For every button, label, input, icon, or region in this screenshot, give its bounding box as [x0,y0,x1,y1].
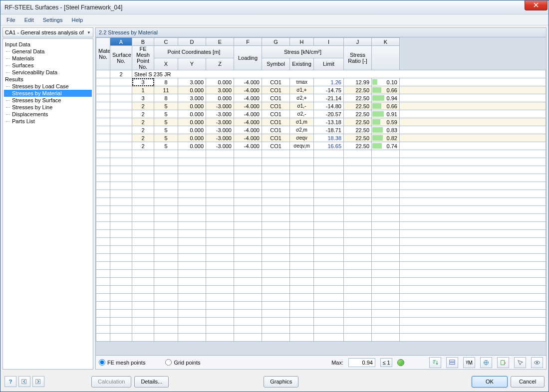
cell-x[interactable]: 0.000 [178,142,206,150]
cell-symbol[interactable]: σeqv [290,134,314,142]
close-button[interactable] [525,0,548,10]
cell-x[interactable]: 3.000 [178,94,206,102]
tree-by-line[interactable]: Stresses by Line [4,104,92,111]
tree-materials[interactable]: Materials [4,55,92,62]
tree-by-material[interactable]: Stresses by Material [4,90,92,97]
row-header[interactable] [96,86,110,94]
cell-y[interactable]: 0.000 [206,94,234,102]
cell-point[interactable]: 8 [154,78,178,86]
cell-limit[interactable]: 22.50 [344,118,372,126]
cell-loading[interactable]: CO1 [262,110,290,118]
table-row[interactable]: 2 5 0.000 -3.000 -4.000 CO1 σ2,- -20.57 … [96,110,546,118]
tree-parts-list[interactable]: Parts List [4,118,92,125]
cell-k[interactable] [400,94,546,102]
cell-limit[interactable]: 12.99 [344,78,372,86]
cancel-button[interactable]: Cancel [511,376,545,388]
cell-existing[interactable]: -14.75 [314,86,344,94]
cell-k[interactable] [400,118,546,126]
cell-loading[interactable]: CO1 [262,102,290,110]
tool-view-button[interactable] [531,357,543,368]
cell-surface[interactable]: 3 [132,78,154,86]
row-header[interactable] [96,102,110,110]
cell-surface[interactable]: 2 [132,134,154,142]
cell-surface[interactable]: 2 [132,142,154,150]
cell-existing[interactable]: 16.65 [314,142,344,150]
cell-k[interactable] [400,142,546,150]
group-matno[interactable]: 2 [110,70,132,78]
radio-grid-points-input[interactable] [165,359,172,366]
hdr-existing[interactable]: Existing [290,58,314,70]
col-K[interactable]: K [372,38,400,46]
cell-surface[interactable]: 2 [132,118,154,126]
cell-symbol[interactable]: σ2,+ [290,94,314,102]
cell-z[interactable]: -4.000 [234,118,262,126]
cell-limit[interactable]: 22.50 [344,86,372,94]
cell-matno[interactable] [110,142,132,150]
row-header[interactable] [96,126,110,134]
cell-limit[interactable]: 22.50 [344,142,372,150]
cell-matno[interactable] [110,78,132,86]
cell-x[interactable]: 0.000 [178,134,206,142]
cell-surface[interactable]: 2 [132,126,154,134]
ok-button[interactable]: OK [472,376,508,388]
cell-k[interactable] [400,102,546,110]
group-row[interactable]: 2Steel S 235 JR [96,70,546,78]
col-A[interactable]: A [110,38,132,46]
cell-point[interactable]: 5 [154,102,178,110]
table-row[interactable]: 2 5 0.000 -3.000 -4.000 CO1 σeqv 18.38 2… [96,134,546,142]
le1-button[interactable]: ≤ 1 [380,358,392,367]
calculation-button[interactable]: Calculation [91,376,131,388]
col-F[interactable]: F [234,38,262,46]
tree-results[interactable]: Results [4,76,92,83]
cell-z[interactable]: -4.000 [234,110,262,118]
tool-ratio-button[interactable]: γM [463,357,475,368]
tool-sort-button[interactable] [429,357,441,368]
cell-point[interactable]: 5 [154,134,178,142]
cell-k[interactable] [400,110,546,118]
col-G[interactable]: G [262,38,290,46]
radio-fe-mesh-input[interactable] [99,359,105,366]
cell-y[interactable]: 3.000 [206,86,234,94]
hdr-z[interactable]: Z [206,58,234,70]
cell-matno[interactable] [110,110,132,118]
cell-limit[interactable]: 22.50 [344,134,372,142]
cell-ratio[interactable]: 0.66 [372,86,400,94]
cell-k[interactable] [400,78,546,86]
cell-loading[interactable]: CO1 [262,118,290,126]
nav-tree[interactable]: Input Data General Data Materials Surfac… [2,38,93,370]
col-I[interactable]: I [314,38,344,46]
prev-button[interactable] [18,376,30,387]
cell-symbol[interactable]: σ2,- [290,110,314,118]
tool-filter-button[interactable] [446,357,458,368]
cell-matno[interactable] [110,102,132,110]
col-J[interactable]: J [344,38,372,46]
cell-surface[interactable]: 2 [132,110,154,118]
cell-k[interactable] [400,126,546,134]
cell-z[interactable]: -4.000 [234,86,262,94]
cell-x[interactable]: 0.000 [178,102,206,110]
cell-surface[interactable]: 3 [132,94,154,102]
cell-ratio[interactable]: 0.94 [372,94,400,102]
cell-loading[interactable]: CO1 [262,134,290,142]
hdr-stress-group[interactable]: Stress [kN/cm²] [262,46,344,58]
table-row[interactable]: 2 5 0.000 -3.000 -4.000 CO1 σeqv,m 16.65… [96,142,546,150]
grid[interactable]: MaterialNo. A B C D E F G H I J K [95,37,547,356]
graphics-button[interactable]: Graphics [264,376,298,388]
tool-globe-button[interactable] [480,357,492,368]
cell-loading[interactable]: CO1 [262,142,290,150]
cell-ratio[interactable]: 0.82 [372,134,400,142]
cell-symbol[interactable]: σ1,m [290,118,314,126]
cell-symbol[interactable]: σ1,+ [290,86,314,94]
cell-existing[interactable]: 1.26 [314,78,344,86]
tree-serviceability[interactable]: Serviceability Data [4,69,92,76]
col-B[interactable]: B [132,38,154,46]
cell-y[interactable]: -3.000 [206,102,234,110]
hdr-limit[interactable]: Limit [314,58,344,70]
hdr-point-coords[interactable]: Point Coordinates [m] [154,46,234,58]
cell-symbol[interactable]: σeqv,m [290,142,314,150]
cell-y[interactable]: -3.000 [206,134,234,142]
row-header[interactable] [96,134,110,142]
next-button[interactable] [32,376,44,387]
cell-loading[interactable]: CO1 [262,126,290,134]
hdr-y[interactable]: Y [178,58,206,70]
